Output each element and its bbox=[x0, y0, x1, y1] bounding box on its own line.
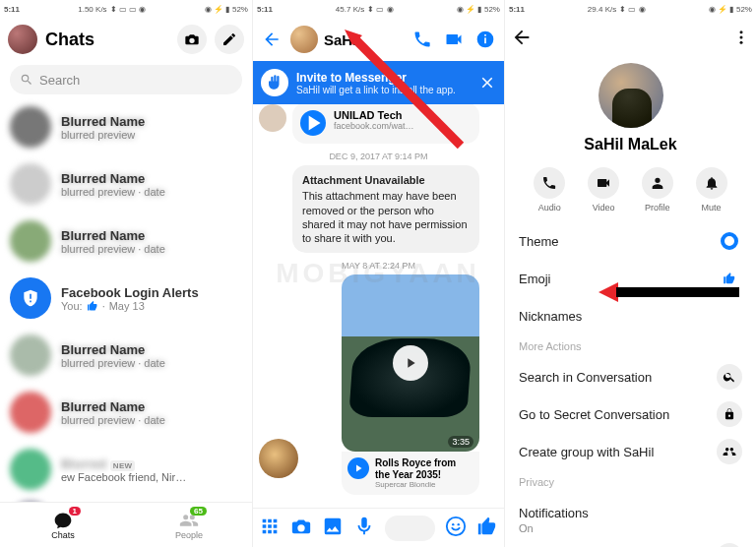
profile-picture[interactable] bbox=[598, 63, 663, 128]
row-ignore[interactable]: Ignore Messages bbox=[519, 537, 742, 547]
contact-avatar[interactable] bbox=[290, 26, 318, 53]
play-circle-icon bbox=[300, 110, 326, 136]
row-secret[interactable]: Go to Secret Conversation bbox=[519, 395, 742, 433]
search-icon bbox=[20, 73, 33, 87]
action-mute[interactable]: Mute bbox=[696, 167, 727, 213]
bell-icon bbox=[704, 175, 720, 191]
mic-button[interactable] bbox=[353, 516, 375, 541]
timestamp: DEC 9, 2017 AT 9:14 PM bbox=[253, 152, 504, 161]
row-search[interactable]: Search in Conversation bbox=[519, 358, 742, 395]
list-item-fb-alerts[interactable]: Facebook Login Alerts You: · May 13 bbox=[0, 270, 252, 327]
status-bar: 5:11 1.50 K/s ⬍ ▭ ▭ ◉ ◉ ⚡ ▮ 52% bbox=[0, 0, 252, 18]
camera-icon bbox=[184, 31, 200, 47]
gallery-button[interactable] bbox=[322, 516, 344, 541]
chats-header: Chats bbox=[0, 18, 252, 61]
action-video[interactable]: Video bbox=[588, 167, 619, 213]
list-item[interactable]: Blurred NEW ew Facebook friend, Nir… bbox=[0, 441, 252, 498]
camera-button[interactable] bbox=[290, 516, 312, 541]
search-input[interactable]: Search bbox=[10, 65, 242, 94]
video-call-button[interactable] bbox=[441, 27, 467, 52]
invite-banner[interactable]: Invite to Messenger SaHil will get a lin… bbox=[253, 61, 504, 104]
new-message-button[interactable] bbox=[215, 25, 244, 54]
item-name: Facebook Login Alerts bbox=[61, 285, 242, 300]
svg-rect-2 bbox=[484, 37, 486, 43]
svg-rect-3 bbox=[484, 34, 486, 36]
phone-icon bbox=[541, 175, 557, 191]
phone-icon bbox=[412, 30, 432, 49]
apps-button[interactable] bbox=[259, 516, 281, 541]
link-preview[interactable]: UNILAD Tech facebook.com/wat… bbox=[292, 104, 479, 144]
user-avatar[interactable] bbox=[8, 25, 37, 54]
play-icon bbox=[403, 355, 418, 371]
search-placeholder: Search bbox=[39, 73, 80, 88]
contact-name[interactable]: SaHil bbox=[324, 31, 404, 48]
bottom-nav: Chats 1 People 65 bbox=[0, 502, 252, 547]
smile-icon bbox=[445, 516, 467, 537]
svg-point-7 bbox=[740, 30, 743, 33]
like-button[interactable] bbox=[476, 516, 498, 541]
search-icon bbox=[723, 370, 736, 384]
list-item[interactable]: Blurred Nameblurred preview · date bbox=[0, 213, 252, 270]
message-thread[interactable]: UNILAD Tech facebook.com/wat… DEC 9, 201… bbox=[253, 104, 504, 508]
list-item[interactable]: Blurred Nameblurred preview · date bbox=[0, 327, 252, 384]
emoji-button[interactable] bbox=[445, 516, 467, 541]
tab-chats[interactable]: Chats 1 bbox=[0, 503, 126, 547]
arrow-left-icon bbox=[511, 27, 533, 48]
svg-point-4 bbox=[447, 517, 465, 534]
banner-close[interactable] bbox=[478, 74, 496, 91]
mic-icon bbox=[353, 516, 375, 537]
screen-chat-thread: 5:11 45.7 K/s ⬍ ▭ ◉ ◉ ⚡ ▮ 52% SaHil Invi… bbox=[252, 0, 504, 547]
message-bubble[interactable]: Attachment Unavailable This attachment m… bbox=[292, 165, 479, 253]
message-input[interactable] bbox=[385, 516, 435, 541]
wave-icon bbox=[261, 69, 288, 96]
settings-header bbox=[505, 18, 756, 61]
status-bar: 5:11 45.7 K/s ⬍ ▭ ◉ ◉ ⚡ ▮ 52% bbox=[253, 0, 504, 18]
contact-avatar bbox=[10, 449, 51, 490]
status-bar: 5:11 29.4 K/s ⬍ ▭ ◉ ◉ ⚡ ▮ 52% bbox=[505, 0, 756, 18]
tab-people[interactable]: People 65 bbox=[126, 503, 252, 547]
back-button[interactable] bbox=[259, 27, 284, 52]
like-icon bbox=[87, 300, 98, 312]
list-item[interactable]: Blurred Nameblurred preview bbox=[0, 98, 252, 155]
status-right: ◉ ⚡ ▮ 52% bbox=[205, 5, 248, 14]
people-badge: 65 bbox=[190, 507, 207, 516]
camera-button[interactable] bbox=[177, 25, 207, 54]
video-link-card[interactable]: Rolls Royce from the Year 2035! Supercar… bbox=[342, 452, 479, 495]
video-message[interactable]: 3:35 bbox=[342, 274, 479, 452]
page-title: Chats bbox=[45, 30, 169, 50]
timestamp: MAY 8 AT 2:24 PM bbox=[253, 261, 504, 271]
lock-icon bbox=[723, 407, 736, 421]
info-button[interactable] bbox=[472, 27, 498, 52]
section-header: More Actions bbox=[519, 334, 742, 358]
audio-call-button[interactable] bbox=[410, 27, 435, 52]
action-audio[interactable]: Audio bbox=[534, 167, 565, 213]
more-vert-icon bbox=[732, 29, 750, 46]
banner-title: Invite to Messenger bbox=[296, 71, 456, 85]
thumbs-up-icon bbox=[476, 516, 498, 537]
item-sub: You: · May 13 bbox=[61, 300, 242, 312]
image-icon bbox=[322, 516, 344, 537]
status-center: 1.50 K/s ⬍ ▭ ▭ ◉ bbox=[78, 5, 146, 14]
new-badge: NEW bbox=[110, 460, 136, 471]
row-theme[interactable]: Theme bbox=[519, 222, 742, 260]
row-nicknames[interactable]: Nicknames bbox=[519, 297, 742, 334]
profile-name: SaHil MaLek bbox=[584, 136, 676, 153]
action-profile[interactable]: Profile bbox=[642, 167, 673, 213]
list-item[interactable]: Blurred Nameblurred preview · date bbox=[0, 384, 252, 441]
message-input-bar bbox=[253, 508, 504, 547]
pencil-icon bbox=[221, 31, 237, 47]
svg-point-5 bbox=[452, 522, 454, 524]
list-item[interactable]: Blurred Nameblurred preview · date bbox=[0, 155, 252, 213]
sender-avatars bbox=[259, 104, 286, 135]
row-create-group[interactable]: Create group with SaHil bbox=[519, 433, 742, 470]
sender-avatars bbox=[259, 439, 286, 481]
conversation-header: SaHil bbox=[253, 18, 504, 61]
row-emoji[interactable]: Emoji bbox=[519, 260, 742, 297]
back-button[interactable] bbox=[511, 27, 533, 52]
status-time: 5:11 bbox=[4, 5, 20, 14]
more-button[interactable] bbox=[732, 29, 750, 50]
info-icon bbox=[475, 30, 495, 49]
settings-list: Theme Emoji Nicknames More Actions Searc… bbox=[505, 222, 756, 547]
video-icon bbox=[596, 175, 611, 191]
screen-conversation-settings: 5:11 29.4 K/s ⬍ ▭ ◉ ◉ ⚡ ▮ 52% SaHil MaLe… bbox=[504, 0, 756, 547]
